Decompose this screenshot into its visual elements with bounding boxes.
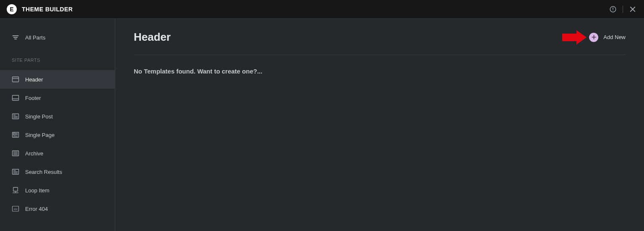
single-page-icon <box>12 131 19 139</box>
sidebar-item-label: Search Results <box>25 169 62 175</box>
sidebar-item-header[interactable]: Header <box>0 70 115 89</box>
topbar-actions <box>609 5 636 13</box>
main-header: Header Add New <box>134 31 626 55</box>
sidebar-item-label: Archive <box>25 150 43 157</box>
sidebar-item-label: Single Post <box>25 113 53 120</box>
svg-point-1 <box>613 10 613 11</box>
page-title: Header <box>134 31 171 44</box>
sidebar-item-label: Single Page <box>25 132 55 138</box>
empty-state-message: No Templates found. Want to create one?.… <box>134 68 626 75</box>
header-icon <box>12 76 19 83</box>
search-results-icon <box>12 168 19 176</box>
sidebar-item-label: Loop Item <box>25 187 49 194</box>
sidebar-item-label: Header <box>25 76 43 83</box>
sidebar-item-search-results[interactable]: Search Results <box>0 163 115 181</box>
close-icon[interactable] <box>629 5 636 13</box>
sidebar: All Parts SITE PARTS Header Footer <box>0 19 115 231</box>
svg-rect-14 <box>13 133 16 135</box>
help-icon[interactable] <box>609 5 617 13</box>
plus-icon <box>591 34 597 40</box>
archive-icon <box>12 150 19 157</box>
single-post-icon <box>12 113 19 120</box>
sidebar-item-label: Footer <box>25 95 41 101</box>
svg-text:404: 404 <box>14 208 18 210</box>
sidebar-item-label: All Parts <box>25 34 45 41</box>
sidebar-item-single-page[interactable]: Single Page <box>0 126 115 144</box>
add-new-label[interactable]: Add New <box>603 34 626 40</box>
sidebar-item-error-404[interactable]: 404 Error 404 <box>0 200 115 218</box>
svg-rect-26 <box>13 187 18 191</box>
main-content: Header Add New No Templates found. Want … <box>115 19 644 231</box>
svg-rect-5 <box>13 77 19 82</box>
logo[interactable]: E <box>7 4 17 14</box>
topbar: E THEME BUILDER <box>0 0 644 19</box>
add-new-group: Add New <box>589 33 626 42</box>
sidebar-item-loop-item[interactable]: Loop Item <box>0 181 115 200</box>
svg-rect-7 <box>13 95 19 100</box>
sidebar-item-single-post[interactable]: Single Post <box>0 107 115 126</box>
add-new-button[interactable] <box>589 33 598 42</box>
logo-letter: E <box>10 6 13 13</box>
topbar-divider <box>623 5 623 13</box>
arrow-annotation-icon <box>562 30 587 45</box>
svg-marker-31 <box>562 30 587 45</box>
sidebar-all-parts[interactable]: All Parts <box>0 26 115 48</box>
footer-icon <box>12 94 19 102</box>
app-title: THEME BUILDER <box>22 6 73 13</box>
error-404-icon: 404 <box>12 205 19 213</box>
sidebar-item-footer[interactable]: Footer <box>0 89 115 107</box>
all-parts-icon <box>12 34 19 41</box>
sidebar-item-archive[interactable]: Archive <box>0 144 115 163</box>
sidebar-section-label: SITE PARTS <box>0 58 115 63</box>
sidebar-item-label: Error 404 <box>25 206 48 212</box>
loop-item-icon <box>12 186 19 194</box>
